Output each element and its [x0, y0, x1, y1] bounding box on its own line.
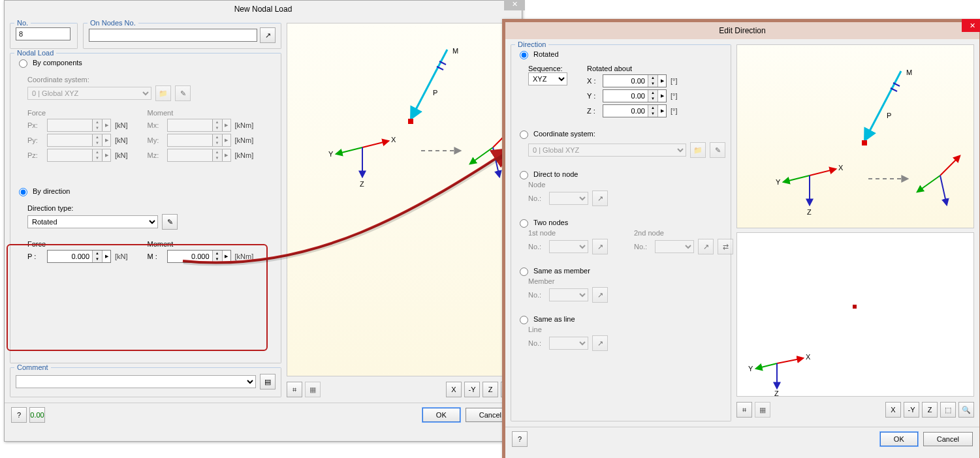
- rotated-about-label: Rotated about: [587, 65, 678, 72]
- pick-node2-icon: ↗: [698, 239, 714, 254]
- svg-line-26: [865, 71, 901, 140]
- force-label: Force: [27, 109, 128, 117]
- svg-text:Z: Z: [807, 208, 812, 216]
- view-z-icon[interactable]: Z: [482, 382, 498, 397]
- svg-text:M: M: [906, 69, 912, 76]
- dialog2-titlebar: Edit Direction ✕: [505, 22, 979, 39]
- direct-node-radio[interactable]: Direct to node: [516, 169, 578, 179]
- svg-rect-31: [862, 140, 867, 145]
- svg-line-0: [362, 141, 388, 147]
- direction-type-select[interactable]: Rotated: [27, 215, 158, 228]
- svg-line-8: [470, 147, 493, 164]
- svg-text:Z: Z: [360, 180, 364, 188]
- svg-rect-32: [853, 305, 857, 309]
- edit-direction-dialog: Edit Direction ✕ Direction Rotated Seque…: [502, 19, 980, 458]
- dialog-titlebar: New Nodal Load ✕: [5, 1, 522, 18]
- view-x-icon[interactable]: X: [885, 402, 901, 418]
- nodal-load-label: Nodal Load: [14, 49, 56, 57]
- coord-sys-label: Coordinate system:: [27, 76, 276, 84]
- member-no-select: [549, 288, 588, 301]
- toolbar-isometric-icon[interactable]: ⌗: [736, 402, 752, 418]
- swap-nodes-icon: ⇄: [718, 239, 733, 254]
- view-z-icon[interactable]: Z: [922, 402, 938, 418]
- mx-input: ▲▼▶: [167, 119, 231, 132]
- my-input: ▲▼▶: [167, 134, 231, 147]
- svg-text:Y: Y: [328, 150, 334, 158]
- coord-sys-select: 0 | Global XYZ: [27, 87, 151, 100]
- pick-member-icon: ↗: [592, 287, 608, 303]
- close-button[interactable]: ✕: [504, 0, 525, 10]
- close-button[interactable]: ✕: [962, 19, 980, 32]
- py-input: ▲▼▶: [47, 134, 111, 147]
- pick-nodes-icon[interactable]: ↗: [260, 27, 276, 43]
- toolbar-isometric-icon[interactable]: ⌗: [287, 382, 302, 397]
- same-member-radio[interactable]: Same as member: [516, 266, 590, 276]
- mz-input: ▲▼▶: [167, 149, 231, 162]
- sequence-select[interactable]: XYZ: [528, 72, 567, 85]
- help-icon[interactable]: ?: [512, 431, 528, 447]
- second-node-label: 2nd node: [634, 229, 733, 237]
- preview-pane-bottom: X Y Z: [736, 232, 974, 397]
- toolbar-view-icon: ▦: [305, 382, 321, 397]
- new-nodal-load-dialog: New Nodal Load ✕ No. On Nodes No. ↗: [4, 0, 522, 442]
- svg-text:Y: Y: [776, 178, 781, 186]
- svg-line-24: [917, 176, 940, 192]
- view-y-icon[interactable]: -Y: [464, 382, 480, 397]
- edit-direction-button[interactable]: ✎: [162, 214, 178, 230]
- same-line-radio[interactable]: Same as line: [516, 314, 575, 324]
- coord-sys-radio[interactable]: Coordinate system:: [516, 129, 595, 139]
- cancel-button[interactable]: Cancel: [923, 432, 973, 446]
- coord-sys-select: 0 | Global XYZ: [528, 144, 686, 157]
- ok-button[interactable]: OK: [422, 408, 460, 422]
- svg-text:P: P: [433, 89, 437, 97]
- svg-line-10: [411, 50, 447, 118]
- sequence-label: Sequence:: [528, 65, 567, 72]
- rotated-radio[interactable]: Rotated: [516, 49, 559, 59]
- svg-line-25: [940, 176, 947, 205]
- view-x-icon[interactable]: X: [446, 382, 462, 397]
- svg-rect-15: [408, 119, 413, 124]
- toolbar-view-icon: ▦: [755, 402, 770, 418]
- svg-line-16: [810, 169, 836, 176]
- dialog-title: New Nodal Load: [234, 5, 292, 14]
- ok-button[interactable]: OK: [880, 432, 918, 446]
- dialog2-title: Edit Direction: [719, 26, 765, 35]
- svg-text:Z: Z: [774, 389, 779, 396]
- px-input: ▲▼▶: [47, 119, 111, 132]
- two-nodes-radio[interactable]: Two nodes: [516, 217, 568, 228]
- view-fit-icon[interactable]: 🔍: [958, 402, 974, 418]
- by-components-radio[interactable]: By components: [16, 57, 82, 68]
- rot-x-input[interactable]: 0.00▲▼▶: [603, 74, 667, 87]
- svg-line-9: [493, 147, 499, 177]
- on-nodes-label: On Nodes No.: [87, 19, 138, 27]
- edit-cs-icon: ✎: [710, 142, 725, 158]
- no-label: No.: [14, 19, 31, 27]
- preview-pane-top: X Y Z M P: [736, 44, 974, 228]
- svg-text:M: M: [452, 47, 458, 55]
- view-3d-icon[interactable]: ⬚: [940, 402, 956, 418]
- highlight-annotation: [7, 244, 268, 351]
- rot-y-input[interactable]: 0.00▲▼▶: [603, 89, 667, 102]
- line-label: Line: [528, 326, 725, 333]
- comment-label: Comment: [14, 363, 51, 371]
- comment-combo[interactable]: [16, 375, 256, 388]
- on-nodes-input[interactable]: [89, 29, 257, 42]
- node1-select: [549, 240, 588, 253]
- svg-line-23: [940, 156, 960, 176]
- help-icon[interactable]: ?: [11, 407, 27, 423]
- new-cs-icon: 📁: [690, 142, 706, 158]
- node-label: Node: [528, 181, 725, 189]
- comment-library-icon[interactable]: ▤: [260, 374, 276, 389]
- by-direction-radio[interactable]: By direction: [16, 186, 70, 196]
- member-label: Member: [528, 277, 725, 285]
- svg-line-33: [777, 358, 803, 363]
- rot-z-input[interactable]: 0.00▲▼▶: [603, 104, 667, 117]
- line-no-select: [549, 337, 588, 350]
- view-y-icon[interactable]: -Y: [904, 402, 919, 418]
- pz-input: ▲▼▶: [47, 149, 111, 162]
- moment-label: Moment: [148, 109, 254, 117]
- units-icon[interactable]: 0.00: [29, 407, 45, 423]
- pick-line-icon: ↗: [592, 335, 608, 351]
- direction-type-label: Direction type:: [27, 204, 276, 212]
- no-input[interactable]: [16, 27, 71, 40]
